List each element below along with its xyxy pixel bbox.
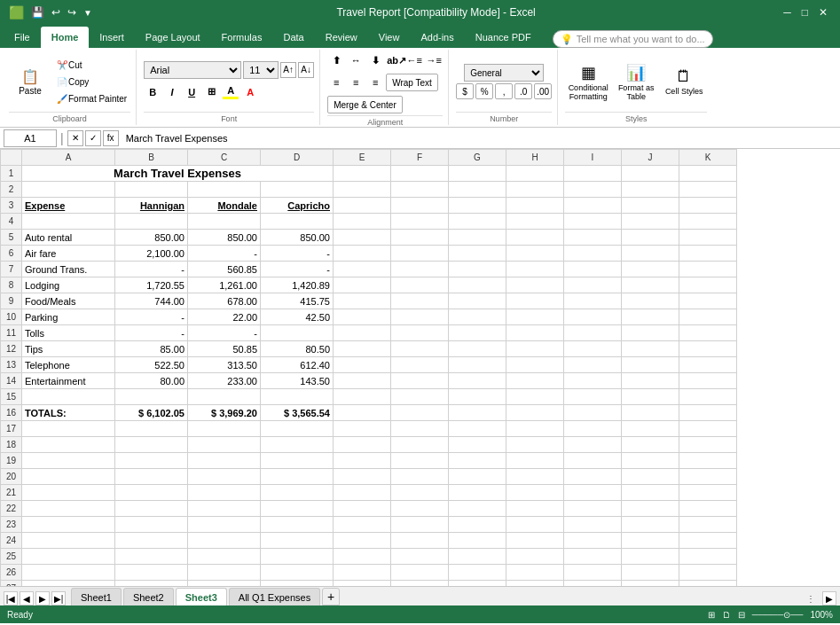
cell-G24[interactable] xyxy=(449,533,506,549)
increase-decimal-btn[interactable]: .0 xyxy=(514,83,532,99)
cell-A4[interactable] xyxy=(22,214,115,230)
cell-B15[interactable] xyxy=(115,389,188,405)
cell-H12[interactable] xyxy=(506,341,564,357)
cell-A27[interactable] xyxy=(22,581,115,587)
cell-G27[interactable] xyxy=(449,581,506,587)
decrease-decimal-btn[interactable]: .00 xyxy=(534,83,552,99)
format-painter-button[interactable]: 🖌️ Format Painter xyxy=(53,90,130,106)
cell-K9[interactable] xyxy=(679,293,737,309)
tab-addins[interactable]: Add-ins xyxy=(410,27,464,48)
cell-J1[interactable] xyxy=(622,166,679,182)
cell-I17[interactable] xyxy=(564,421,622,437)
cell-B2[interactable] xyxy=(115,182,188,198)
cell-E7[interactable] xyxy=(334,262,391,277)
cell-F11[interactable] xyxy=(391,325,449,341)
align-center-button[interactable]: ≡ xyxy=(347,74,365,91)
row-header-8[interactable]: 8 xyxy=(1,277,22,293)
cell-E17[interactable] xyxy=(334,421,391,437)
cell-D20[interactable] xyxy=(261,469,334,485)
cell-C2[interactable] xyxy=(188,182,261,198)
minimize-btn[interactable]: ─ xyxy=(783,6,791,19)
cell-J11[interactable] xyxy=(622,325,679,341)
cell-A24[interactable] xyxy=(22,533,115,549)
cell-E13[interactable] xyxy=(334,357,391,373)
cell-K27[interactable] xyxy=(679,581,737,587)
cell-F10[interactable] xyxy=(391,309,449,325)
cell-A17[interactable] xyxy=(22,421,115,437)
cell-I16[interactable] xyxy=(564,405,622,421)
cell-G8[interactable] xyxy=(449,277,506,293)
font-color-button[interactable]: A xyxy=(241,83,259,101)
cell-F26[interactable] xyxy=(391,565,449,581)
cell-D10[interactable]: 42.50 xyxy=(261,309,334,325)
accounting-btn[interactable]: $ xyxy=(456,83,474,99)
cell-F13[interactable] xyxy=(391,357,449,373)
cell-A7[interactable]: Ground Trans. xyxy=(22,262,115,277)
cell-G11[interactable] xyxy=(449,325,506,341)
tab-nuance[interactable]: Nuance PDF xyxy=(465,27,542,48)
cell-D4[interactable] xyxy=(261,214,334,230)
cell-H25[interactable] xyxy=(506,549,564,565)
cell-B23[interactable] xyxy=(115,517,188,533)
cell-F17[interactable] xyxy=(391,421,449,437)
cell-C4[interactable] xyxy=(188,214,261,230)
cell-A10[interactable]: Parking xyxy=(22,309,115,325)
row-header-17[interactable]: 17 xyxy=(1,421,22,437)
cell-J22[interactable] xyxy=(622,501,679,517)
tab-insert[interactable]: Insert xyxy=(89,27,135,48)
conditional-formatting-button[interactable]: ▦ Conditional Formatting xyxy=(565,55,611,108)
cell-K4[interactable] xyxy=(679,214,737,230)
grid-wrapper[interactable]: A B C D E F G H I J K 1March Travel Expe… xyxy=(0,149,840,586)
cell-H6[interactable] xyxy=(506,246,564,262)
cell-A13[interactable]: Telephone xyxy=(22,357,115,373)
cell-E18[interactable] xyxy=(334,437,391,453)
cell-G9[interactable] xyxy=(449,293,506,309)
cell-G14[interactable] xyxy=(449,373,506,389)
font-family-select[interactable]: Arial xyxy=(144,61,241,79)
cell-H2[interactable] xyxy=(506,182,564,198)
cell-E10[interactable] xyxy=(334,309,391,325)
cell-F12[interactable] xyxy=(391,341,449,357)
cell-G1[interactable] xyxy=(449,166,506,182)
sheet-nav-first[interactable]: |◀ xyxy=(4,591,18,605)
cell-C26[interactable] xyxy=(188,565,261,581)
tab-file[interactable]: File xyxy=(4,27,41,48)
cell-I23[interactable] xyxy=(564,517,622,533)
cell-D14[interactable]: 143.50 xyxy=(261,373,334,389)
cell-C17[interactable] xyxy=(188,421,261,437)
cell-C6[interactable]: - xyxy=(188,246,261,262)
cell-H4[interactable] xyxy=(506,214,564,230)
quick-access-redo[interactable]: ↪ xyxy=(67,6,76,19)
cell-A22[interactable] xyxy=(22,501,115,517)
cell-C14[interactable]: 233.00 xyxy=(188,373,261,389)
cell-I18[interactable] xyxy=(564,437,622,453)
maximize-btn[interactable]: □ xyxy=(802,6,808,19)
cell-J10[interactable] xyxy=(622,309,679,325)
cell-B16[interactable]: $ 6,102.05 xyxy=(115,405,188,421)
cell-H20[interactable] xyxy=(506,469,564,485)
sheet-tab-sheet3[interactable]: Sheet3 xyxy=(176,588,227,605)
cell-K11[interactable] xyxy=(679,325,737,341)
cell-K15[interactable] xyxy=(679,389,737,405)
cell-E27[interactable] xyxy=(334,581,391,587)
cell-K19[interactable] xyxy=(679,453,737,469)
view-page-break-icon[interactable]: ⊟ xyxy=(738,610,745,620)
cell-G12[interactable] xyxy=(449,341,506,357)
sheet-nav-next[interactable]: ▶ xyxy=(35,591,50,605)
cell-I8[interactable] xyxy=(564,277,622,293)
cell-C25[interactable] xyxy=(188,549,261,565)
cell-A5[interactable]: Auto rental xyxy=(22,230,115,246)
cell-F24[interactable] xyxy=(391,533,449,549)
cell-G18[interactable] xyxy=(449,437,506,453)
cell-I12[interactable] xyxy=(564,341,622,357)
zoom-slider[interactable]: ─────⊙── xyxy=(752,610,804,620)
row-header-1[interactable]: 1 xyxy=(1,166,22,182)
cell-H5[interactable] xyxy=(506,230,564,246)
cell-H1[interactable] xyxy=(506,166,564,182)
cell-H18[interactable] xyxy=(506,437,564,453)
sheet-tab-all-q1[interactable]: All Q1 Expenses xyxy=(229,588,320,605)
cell-D5[interactable]: 850.00 xyxy=(261,230,334,246)
cell-C10[interactable]: 22.00 xyxy=(188,309,261,325)
cell-K26[interactable] xyxy=(679,565,737,581)
cell-C11[interactable]: - xyxy=(188,325,261,341)
